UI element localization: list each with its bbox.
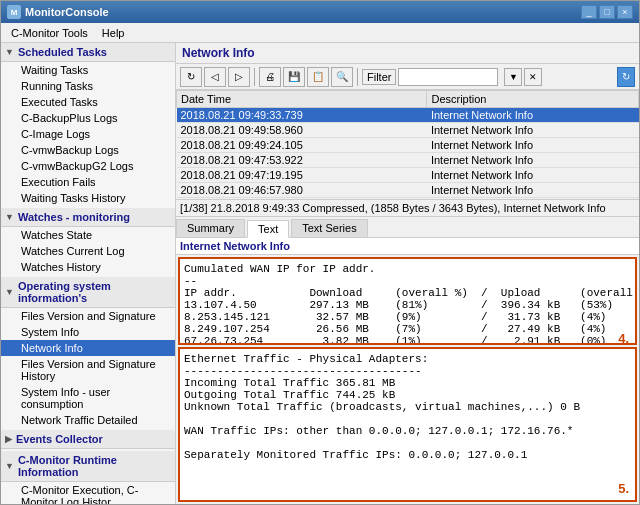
refresh-button[interactable]: ↻ bbox=[180, 67, 202, 87]
sidebar-item-cimage-logs[interactable]: C-Image Logs bbox=[1, 126, 175, 142]
sidebar-item-system-info[interactable]: System Info bbox=[1, 324, 175, 340]
sidebar-item-cvmwbackupg2-logs[interactable]: C-vmwBackupG2 Logs bbox=[1, 158, 175, 174]
sidebar-item-watches-current-log[interactable]: Watches Current Log bbox=[1, 243, 175, 259]
cell-description: Internet Network Info bbox=[427, 153, 639, 168]
upper-content-text: Cumulated WAN IP for IP addr. -- IP addr… bbox=[184, 263, 631, 345]
toolbar: ↻ ◁ ▷ 🖨 💾 📋 🔍 Filter ▼ ✕ ↻ bbox=[176, 64, 639, 90]
lower-panel[interactable]: Ethernet Traffic - Physical Adapters: --… bbox=[178, 347, 637, 502]
badge-5: 5. bbox=[618, 481, 629, 496]
sidebar-item-network-traffic[interactable]: Network Traffic Detailed bbox=[1, 412, 175, 428]
section-header-events[interactable]: ▶ Events Collector bbox=[1, 430, 175, 449]
minimize-button[interactable]: _ bbox=[581, 5, 597, 19]
cell-datetime: 2018.08.21 09:49:24.105 bbox=[177, 138, 427, 153]
collapse-icon-scheduled: ▼ bbox=[5, 47, 14, 57]
main-window: M MonitorConsole _ □ × C-Monitor Tools H… bbox=[0, 0, 640, 505]
right-panel: Network Info ↻ ◁ ▷ 🖨 💾 📋 🔍 Filter ▼ bbox=[176, 43, 639, 504]
filter-apply-button[interactable]: ▼ bbox=[504, 68, 522, 86]
collapse-icon-events: ▶ bbox=[5, 434, 12, 444]
tab-text-series[interactable]: Text Series bbox=[291, 219, 367, 237]
cell-description: Internet Network Info bbox=[427, 108, 639, 123]
back-button[interactable]: ◁ bbox=[204, 67, 226, 87]
cell-description: Internet Network Info bbox=[427, 123, 639, 138]
table-row[interactable]: 2018.08.21 09:49:24.105Internet Network … bbox=[177, 138, 639, 153]
panel-header: Network Info bbox=[176, 43, 639, 64]
data-table: Date Time Description 2018.08.21 09:49:3… bbox=[176, 90, 639, 199]
forward-button[interactable]: ▷ bbox=[228, 67, 250, 87]
cell-datetime: 2018.08.21 09:46:09.576 bbox=[177, 198, 427, 200]
close-button[interactable]: × bbox=[617, 5, 633, 19]
titlebar-left: M MonitorConsole bbox=[7, 5, 109, 19]
content-panels: Cumulated WAN IP for IP addr. -- IP addr… bbox=[176, 255, 639, 504]
copy-button[interactable]: 📋 bbox=[307, 67, 329, 87]
filter-label: Filter bbox=[362, 69, 396, 85]
section-watches-monitoring: ▼ Watches - monitoring Watches State Wat… bbox=[1, 208, 175, 275]
table-row[interactable]: 2018.08.21 09:46:57.980Internet Network … bbox=[177, 183, 639, 198]
table-row[interactable]: 2018.08.21 09:46:09.576Internet Network … bbox=[177, 198, 639, 200]
table-row[interactable]: 2018.08.21 09:49:58.960Internet Network … bbox=[177, 123, 639, 138]
sidebar-item-cvmwbackup-logs[interactable]: C-vmwBackup Logs bbox=[1, 142, 175, 158]
menu-cmonitor-tools[interactable]: C-Monitor Tools bbox=[5, 26, 94, 40]
filter-input[interactable] bbox=[398, 68, 498, 86]
print-button[interactable]: 🖨 bbox=[259, 67, 281, 87]
sidebar-item-cbackupplus-logs[interactable]: C-BackupPlus Logs bbox=[1, 110, 175, 126]
toolbar-sep1 bbox=[254, 68, 255, 86]
search-button[interactable]: 🔍 bbox=[331, 67, 353, 87]
sidebar-item-waiting-tasks-history[interactable]: Waiting Tasks History bbox=[1, 190, 175, 206]
lower-content-text: Ethernet Traffic - Physical Adapters: --… bbox=[184, 353, 631, 461]
badge-4: 4. bbox=[618, 331, 629, 346]
sidebar: ▼ Scheduled Tasks Waiting Tasks Running … bbox=[1, 43, 176, 504]
save-button[interactable]: 💾 bbox=[283, 67, 305, 87]
section-header-scheduled-tasks[interactable]: ▼ Scheduled Tasks bbox=[1, 43, 175, 62]
sidebar-item-running-tasks[interactable]: Running Tasks bbox=[1, 78, 175, 94]
cell-datetime: 2018.08.21 09:47:53.922 bbox=[177, 153, 427, 168]
section-label-watches: Watches - monitoring bbox=[18, 211, 130, 223]
titlebar-buttons: _ □ × bbox=[581, 5, 633, 19]
table-row[interactable]: 2018.08.21 09:47:53.922Internet Network … bbox=[177, 153, 639, 168]
sidebar-item-watches-history[interactable]: Watches History bbox=[1, 259, 175, 275]
sidebar-item-files-version[interactable]: Files Version and Signature bbox=[1, 308, 175, 324]
sidebar-item-execution-fails[interactable]: Execution Fails bbox=[1, 174, 175, 190]
section-label-runtime: C-Monitor Runtime Information bbox=[18, 454, 171, 478]
cell-datetime: 2018.08.21 09:49:58.960 bbox=[177, 123, 427, 138]
menu-help[interactable]: Help bbox=[96, 26, 131, 40]
window-title: MonitorConsole bbox=[25, 6, 109, 18]
titlebar: M MonitorConsole _ □ × bbox=[1, 1, 639, 23]
sidebar-item-network-info[interactable]: Network Info bbox=[1, 340, 175, 356]
status-text: [1/38] 21.8.2018 9:49:33 Compressed, (18… bbox=[180, 202, 606, 214]
table-row[interactable]: 2018.08.21 09:47:19.195Internet Network … bbox=[177, 168, 639, 183]
sidebar-item-executed-tasks[interactable]: Executed Tasks bbox=[1, 94, 175, 110]
tab-summary[interactable]: Summary bbox=[176, 219, 245, 237]
sidebar-item-files-version-history[interactable]: Files Version and Signature History bbox=[1, 356, 175, 384]
cell-description: Internet Network Info bbox=[427, 198, 639, 200]
upper-panel[interactable]: Cumulated WAN IP for IP addr. -- IP addr… bbox=[178, 257, 637, 345]
sidebar-item-system-info-user[interactable]: System Info - user consumption bbox=[1, 384, 175, 412]
section-header-os[interactable]: ▼ Operating system information's bbox=[1, 277, 175, 308]
table-scroll[interactable]: Date Time Description 2018.08.21 09:49:3… bbox=[176, 90, 639, 199]
menubar: C-Monitor Tools Help bbox=[1, 23, 639, 43]
app-icon: M bbox=[7, 5, 21, 19]
filter-icons: ▼ ✕ bbox=[504, 68, 542, 86]
refresh-icon-button[interactable]: ↻ bbox=[617, 67, 635, 87]
cell-description: Internet Network Info bbox=[427, 138, 639, 153]
maximize-button[interactable]: □ bbox=[599, 5, 615, 19]
col-header-description[interactable]: Description bbox=[427, 91, 639, 108]
section-operating-system: ▼ Operating system information's Files V… bbox=[1, 277, 175, 428]
section-scheduled-tasks: ▼ Scheduled Tasks Waiting Tasks Running … bbox=[1, 43, 175, 206]
cell-datetime: 2018.08.21 09:46:57.980 bbox=[177, 183, 427, 198]
section-label-scheduled: Scheduled Tasks bbox=[18, 46, 107, 58]
data-table-container: Date Time Description 2018.08.21 09:49:3… bbox=[176, 90, 639, 200]
filter-clear-button[interactable]: ✕ bbox=[524, 68, 542, 86]
section-header-runtime[interactable]: ▼ C-Monitor Runtime Information bbox=[1, 451, 175, 482]
sidebar-item-watches-state[interactable]: Watches State bbox=[1, 227, 175, 243]
cell-datetime: 2018.08.21 09:47:19.195 bbox=[177, 168, 427, 183]
tabs-bar: Summary Text Text Series bbox=[176, 217, 639, 238]
table-row[interactable]: 2018.08.21 09:49:33.739Internet Network … bbox=[177, 108, 639, 123]
sidebar-item-cmonitor-execution[interactable]: C-Monitor Execution, C-Monitor Log Histo… bbox=[1, 482, 175, 504]
toolbar-sep2 bbox=[357, 68, 358, 86]
tab-text[interactable]: Text bbox=[247, 220, 289, 238]
sidebar-item-waiting-tasks[interactable]: Waiting Tasks bbox=[1, 62, 175, 78]
main-content: ▼ Scheduled Tasks Waiting Tasks Running … bbox=[1, 43, 639, 504]
col-header-datetime[interactable]: Date Time bbox=[177, 91, 427, 108]
section-events-collector: ▶ Events Collector bbox=[1, 430, 175, 449]
section-header-watches[interactable]: ▼ Watches - monitoring bbox=[1, 208, 175, 227]
